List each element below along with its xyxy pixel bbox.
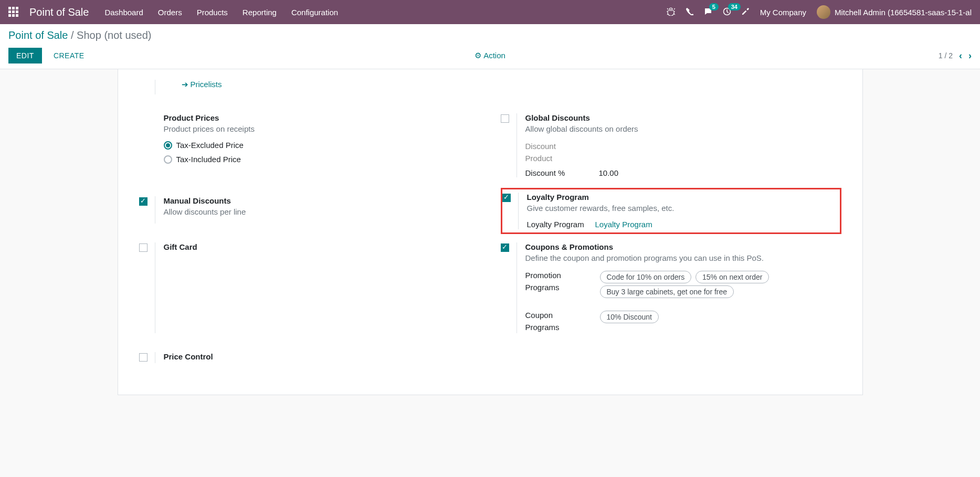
control-panel: Point of Sale / Shop (not used) EDIT CRE…	[0, 24, 980, 69]
systray: 5 34 My Company Mitchell Admin (16654581…	[667, 5, 972, 19]
gift-card-title: Gift Card	[164, 242, 480, 251]
apps-icon[interactable]	[8, 7, 19, 17]
form-area: ➔Pricelists Product Prices Product price…	[0, 69, 980, 395]
breadcrumb-sep: /	[71, 29, 77, 41]
setting-manual-discounts: Manual Discounts Allow discounts per lin…	[139, 188, 480, 234]
menu-configuration[interactable]: Configuration	[291, 8, 338, 17]
coupons-title: Coupons & Promotions	[525, 242, 841, 251]
setting-coupons: Coupons & Promotions Define the coupon a…	[501, 234, 841, 344]
breadcrumb: Point of Sale / Shop (not used)	[8, 29, 972, 41]
loyalty-field-link[interactable]: Loyalty Program	[595, 220, 652, 229]
setting-price-control: Price Control	[139, 344, 480, 374]
avatar	[817, 5, 830, 19]
setting-product-prices: Product Prices Product prices on receipt…	[139, 105, 480, 188]
phone-icon[interactable]	[686, 7, 693, 17]
loyalty-checkbox[interactable]	[502, 194, 511, 202]
setting-global-discounts: Global Discounts Allow global discounts …	[501, 105, 841, 188]
form-sheet: ➔Pricelists Product Prices Product price…	[118, 69, 863, 395]
breadcrumb-root[interactable]: Point of Sale	[8, 29, 68, 41]
product-prices-desc: Product prices on receipts	[164, 124, 480, 133]
manual-discounts-checkbox[interactable]	[139, 197, 147, 206]
breadcrumb-current: Shop (not used)	[77, 29, 151, 41]
gift-card-checkbox[interactable]	[139, 243, 147, 252]
setting-gift-card: Gift Card	[139, 234, 480, 344]
manual-discounts-title: Manual Discounts	[164, 196, 480, 205]
global-discounts-desc: Allow global discounts on orders	[525, 124, 841, 133]
discount-pct-value: 10.00	[599, 168, 619, 177]
product-prices-title: Product Prices	[164, 113, 480, 122]
tools-icon[interactable]	[742, 7, 750, 17]
global-discounts-checkbox[interactable]	[501, 114, 509, 123]
pager-next[interactable]: ›	[968, 50, 972, 61]
discount-pct-label: Discount %	[525, 168, 599, 177]
main-menu: Dashboard Orders Products Reporting Conf…	[104, 8, 338, 17]
loyalty-desc: Give customer rewards, free samples, etc…	[527, 204, 836, 213]
coupons-checkbox[interactable]	[501, 243, 509, 252]
radio-icon	[164, 141, 172, 150]
coupon-tag[interactable]: 10% Discount	[600, 311, 659, 323]
manual-discounts-desc: Allow discounts per line	[164, 207, 480, 216]
menu-orders[interactable]: Orders	[158, 8, 182, 17]
loyalty-field-label: Loyalty Program	[527, 220, 595, 229]
bug-icon[interactable]	[667, 7, 675, 17]
user-menu[interactable]: Mitchell Admin (16654581-saas-15-1-al	[817, 5, 972, 19]
create-button[interactable]: CREATE	[46, 48, 92, 63]
price-control-checkbox[interactable]	[139, 353, 147, 362]
edit-button[interactable]: EDIT	[8, 48, 42, 63]
setting-loyalty-program: Loyalty Program Give customer rewards, f…	[501, 188, 841, 234]
promo-tag[interactable]: 15% on next order	[696, 271, 769, 283]
pager-prev[interactable]: ‹	[959, 50, 962, 61]
promo-tag[interactable]: Code for 10% on orders	[600, 271, 692, 283]
company-name[interactable]: My Company	[760, 8, 806, 17]
action-menu[interactable]: ⚙Action	[475, 51, 505, 60]
top-navbar: Point of Sale Dashboard Orders Products …	[0, 0, 980, 24]
loyalty-title: Loyalty Program	[527, 193, 836, 202]
coupon-programs-label: CouponPrograms	[525, 310, 599, 333]
activities-badge: 34	[728, 3, 741, 10]
arrow-right-icon: ➔	[182, 80, 188, 89]
menu-reporting[interactable]: Reporting	[243, 8, 277, 17]
gear-icon: ⚙	[475, 51, 481, 60]
radio-icon	[164, 155, 172, 164]
menu-dashboard[interactable]: Dashboard	[104, 8, 143, 17]
promo-programs-label: PromotionPrograms	[525, 270, 599, 293]
promo-tag[interactable]: Buy 3 large cabinets, get one for free	[600, 285, 734, 298]
price-control-title: Price Control	[164, 352, 480, 361]
global-discounts-title: Global Discounts	[525, 113, 841, 122]
messages-icon[interactable]: 5	[704, 7, 712, 17]
radio-tax-included[interactable]: Tax-Included Price	[164, 155, 480, 164]
pager-text: 1 / 2	[939, 51, 953, 60]
activities-icon[interactable]: 34	[723, 7, 731, 17]
app-brand[interactable]: Point of Sale	[29, 6, 89, 18]
pager: 1 / 2 ‹ ›	[939, 50, 972, 61]
messages-badge: 5	[709, 3, 719, 10]
user-name: Mitchell Admin (16654581-saas-15-1-al	[835, 8, 972, 17]
discount-product-label: DiscountProduct	[525, 141, 841, 164]
coupons-desc: Define the coupon and promotion programs…	[525, 253, 841, 262]
radio-tax-excluded[interactable]: Tax-Excluded Price	[164, 141, 480, 150]
menu-products[interactable]: Products	[197, 8, 228, 17]
pricelists-link[interactable]: ➔Pricelists	[155, 80, 841, 94]
